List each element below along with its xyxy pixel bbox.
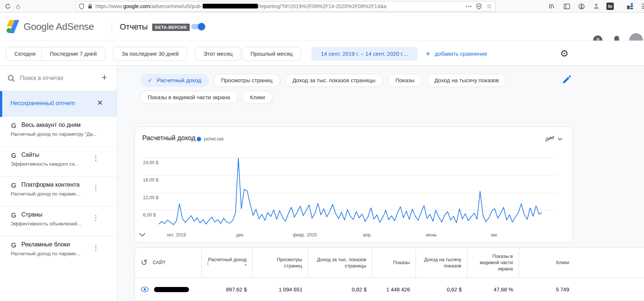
report-subtitle: Расчетный доход по параме...: [11, 251, 80, 256]
column-header-site[interactable]: ↺ САЙТ: [135, 248, 202, 277]
column-header-pageviews[interactable]: Просмотры страниц: [253, 248, 308, 277]
redacted-site-name: [154, 287, 189, 292]
chart-x-axis-labels: окт. 2019дек.февр. 2020апр.июньавг.: [167, 232, 498, 238]
sidebar-item-countries[interactable]: G Страны Эффективность объявлений... ⋮: [0, 207, 117, 236]
svg-text:12,00 $: 12,00 $: [143, 195, 158, 200]
check-icon: ✓: [148, 77, 153, 83]
report-table-card: ↺ САЙТ ↓ Расчетный доход * Просмотры стр…: [134, 247, 644, 301]
report-subtitle: Эффективность объявлений...: [11, 221, 81, 226]
reports-sidebar: + Несохраненный отчет × G Весь аккаунт п…: [0, 66, 117, 301]
home-icon[interactable]: ⌂: [13, 0, 23, 13]
chart-series-line: [159, 158, 542, 225]
svg-text:дек.: дек.: [236, 232, 244, 238]
sidebar-item-sites[interactable]: G Сайты Эффективность каждого са... ⋮: [0, 147, 117, 177]
sidebar-item-account-by-day[interactable]: G Весь аккаунт по дням Расчетный доход п…: [0, 117, 117, 147]
metric-chip-impression-rpm[interactable]: Доход на тысячу показов: [427, 74, 507, 87]
column-header-viewability[interactable]: Показы в видимой части экрана: [468, 248, 519, 277]
preset-last30-button[interactable]: За последние 30 дней: [113, 47, 187, 61]
google-g-icon: G: [11, 182, 16, 190]
column-header-clicks[interactable]: Клики: [519, 248, 575, 277]
selected-indicator: [0, 91, 2, 117]
beta-toggle[interactable]: [191, 24, 204, 29]
reset-icon[interactable]: ↺: [141, 259, 147, 266]
report-title: Платформа контента: [21, 181, 80, 188]
kebab-menu-icon[interactable]: ⋮: [92, 244, 99, 252]
add-comparison-link[interactable]: + добавить сравнение: [426, 47, 487, 61]
report-subtitle: Расчетный доход по параметру "Да...: [11, 131, 97, 137]
sidebars-icon[interactable]: [561, 0, 572, 13]
adsense-logo-icon: [6, 20, 21, 33]
google-g-icon: G: [11, 122, 16, 130]
page-actions-icon[interactable]: •••: [466, 4, 472, 8]
metric-chip-viewable-impressions[interactable]: Показы в видимой части экрана: [140, 91, 238, 104]
preset-last7-button[interactable]: Последние 7 дней: [41, 47, 105, 61]
adsense-header: Google AdSense Отчеты БЕТА-ВЕРСИЯ ?: [0, 13, 644, 41]
google-g-icon: G: [11, 152, 16, 160]
url-bar[interactable]: https://www.google.com/adsense/new/u/0/p…: [76, 1, 496, 11]
sidebar-item-content-platform[interactable]: G Платформа контента Расчетный доход по …: [0, 177, 117, 207]
chart-gridlines: [142, 158, 557, 210]
page-rpm-cell: 0,82 $: [308, 278, 372, 301]
eye-visibility-icon[interactable]: [141, 287, 149, 292]
bookmark-star-icon[interactable]: ☆: [486, 2, 492, 10]
add-report-icon[interactable]: +: [102, 72, 107, 83]
pageviews-cell: 1 094 651: [253, 278, 308, 301]
settings-gear-icon[interactable]: ⚙: [560, 48, 568, 59]
extension-person-icon[interactable]: [591, 0, 601, 13]
search-input[interactable]: [20, 72, 90, 84]
pocket-icon[interactable]: [476, 3, 482, 10]
selected-date-range[interactable]: 14 сент. 2019 г. – 14 сент. 2020 г....: [311, 47, 418, 61]
tracking-shield-icon[interactable]: [79, 3, 84, 10]
extension-grid-icon[interactable]: [625, 0, 635, 13]
preset-this-month-button[interactable]: Этот месяц: [195, 47, 241, 61]
library-icon[interactable]: [547, 0, 557, 13]
chart-hidden-icon: [545, 136, 555, 142]
metric-chip-pageviews[interactable]: Просмотры страниц: [213, 74, 280, 87]
svg-text:окт. 2019: окт. 2019: [167, 232, 186, 238]
kebab-menu-icon[interactable]: ⋮: [92, 184, 99, 192]
edit-pencil-icon[interactable]: [562, 75, 571, 84]
earnings-cell: 897,62 $: [202, 278, 253, 301]
main-content: ✓Расчетный доход Просмотры страниц Доход…: [118, 66, 644, 301]
close-icon[interactable]: ×: [97, 98, 103, 107]
unsaved-report-label: Несохраненный отчет: [10, 100, 75, 107]
url-text[interactable]: https://www.google.com/adsense/new/u/0/p…: [95, 3, 462, 10]
metric-chip-page-rpm[interactable]: Доход за тыс. показов страницы: [285, 74, 383, 87]
selenium-extension-icon[interactable]: Se: [605, 0, 615, 13]
menu-hamburger-icon[interactable]: ☰: [639, 0, 644, 13]
unsaved-report-item[interactable]: Несохраненный отчет ×: [0, 91, 117, 117]
redacted-publisher-id: [203, 4, 258, 8]
svg-text:6,00 $: 6,00 $: [143, 212, 156, 218]
header-filler: [575, 248, 644, 277]
earnings-line-chart[interactable]: 24,00 $18,00 $12,00 $6,00 $ окт. 2019дек…: [135, 146, 573, 240]
browser-toolbar: ⌂ https://www.google.com/adsense/new/u/0…: [0, 0, 644, 13]
metric-chip-estimated-earnings[interactable]: ✓Расчетный доход: [140, 74, 209, 87]
hide-chart-control[interactable]: [545, 136, 562, 142]
column-header-impression-rpm[interactable]: Доход на тысячу показов: [416, 248, 468, 277]
column-header-earnings[interactable]: ↓ Расчетный доход *: [202, 248, 253, 277]
date-range-toolbar: Сегодня Последние 7 дней За последние 30…: [0, 41, 644, 66]
preset-last-month-button[interactable]: Прошлый месяц: [242, 47, 301, 61]
report-search-row: +: [0, 66, 117, 91]
lock-icon: [88, 3, 92, 9]
kebab-menu-icon[interactable]: ⋮: [92, 154, 99, 162]
viewability-cell: 47,68 %: [468, 278, 519, 301]
chart-y-axis-labels: 24,00 $18,00 $12,00 $6,00 $: [143, 160, 158, 218]
preset-today-button[interactable]: Сегодня: [6, 47, 44, 61]
account-icon[interactable]: [576, 0, 587, 13]
metric-chip-clicks[interactable]: Клики: [242, 91, 273, 104]
expand-chevron-down-icon[interactable]: [139, 233, 145, 236]
divider: [112, 21, 112, 33]
report-title: Весь аккаунт по дням: [21, 122, 81, 128]
reload-icon[interactable]: [3, 0, 13, 13]
site-cell[interactable]: [135, 278, 202, 301]
metric-chip-impressions[interactable]: Показы: [388, 74, 422, 87]
search-icon: [7, 75, 15, 82]
kebab-menu-icon[interactable]: ⋮: [92, 214, 99, 222]
table-row[interactable]: 897,62 $ 1 094 651 0,82 $ 1 448 426 0,62…: [135, 278, 644, 301]
column-header-impressions[interactable]: Показы: [372, 248, 416, 277]
sidebar-item-ad-units[interactable]: G Рекламные блоки Расчетный доход по пар…: [0, 236, 117, 266]
google-g-icon: G: [11, 242, 16, 249]
table-header-row: ↺ САЙТ ↓ Расчетный доход * Просмотры стр…: [135, 248, 644, 278]
column-header-page-rpm[interactable]: Доход за тыс. показов страницы: [308, 248, 372, 277]
